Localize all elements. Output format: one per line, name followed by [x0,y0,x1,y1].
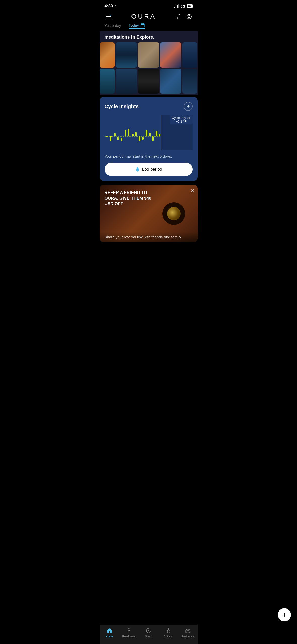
app-logo: OURA [131,13,156,20]
date-nav: Yesterday Today [100,21,198,31]
grid-image-2[interactable] [116,42,137,68]
cycle-chart: Cycle day 21 +0.1 °F [105,115,193,150]
referral-subtitle: Share your referral link with friends an… [105,235,193,239]
cycle-insights-title: Cycle Insights [105,104,139,109]
main-content: meditations in Explore. Cycle Insights [100,31,198,265]
svg-point-25 [110,136,112,137]
svg-point-0 [187,14,191,19]
share-button[interactable] [176,13,183,20]
grid-image-5[interactable] [182,42,197,68]
grid-image-1[interactable] [100,42,115,68]
share-icon [176,14,182,19]
ring-button[interactable] [186,13,193,20]
meditations-section: meditations in Explore. [100,31,198,95]
grid-image-9[interactable] [160,69,182,94]
status-time: 4:30 [105,4,118,9]
cycle-insights-arrow[interactable] [184,102,193,111]
grid-image-3[interactable] [138,42,159,68]
grid-image-7[interactable] [116,69,137,94]
signal-bars [174,4,179,8]
status-right: 5G 67 [174,4,192,8]
svg-point-1 [188,16,190,18]
arrow-right-icon [186,104,190,108]
menu-button[interactable] [105,14,112,19]
location-icon [114,4,118,8]
calendar-icon [140,23,145,27]
svg-rect-19 [152,136,154,141]
yesterday-tab[interactable]: Yesterday [105,23,121,29]
svg-rect-2 [141,24,144,27]
log-period-button[interactable]: 💧 Log period [105,163,193,176]
status-bar: 4:30 5G 67 [100,0,198,11]
svg-rect-10 [121,138,122,141]
svg-rect-17 [146,130,147,136]
svg-rect-11 [125,130,126,136]
svg-rect-20 [156,131,157,136]
grid-image-10[interactable] [182,69,197,94]
period-message: Your period may start in the next 5 days… [105,154,193,158]
header: OURA [100,11,198,21]
svg-rect-21 [159,134,160,136]
today-tab[interactable]: Today [129,23,145,29]
cycle-insights-header: Cycle Insights [105,102,193,111]
network-type: 5G [180,4,185,8]
cycle-day-label: Cycle day 21 +0.1 °F [170,115,192,124]
svg-rect-18 [149,133,151,136]
meditation-image-grid [100,42,198,95]
meditations-title: meditations in Explore. [100,31,198,42]
svg-rect-8 [114,133,116,136]
ring-icon [186,14,192,20]
referral-banner: ✕ REFER A FRIEND TO OURA, GIVE THEM $40 … [100,185,198,242]
grid-image-4[interactable] [160,42,182,68]
grid-image-8[interactable] [138,69,159,94]
log-period-icon: 💧 [135,167,140,172]
svg-rect-15 [139,136,140,141]
referral-title: REFER A FRIEND TO OURA, GIVE THEM $40 US… [105,190,155,207]
svg-rect-12 [128,129,129,136]
referral-close-button[interactable]: ✕ [190,188,195,194]
header-icons [176,13,193,20]
svg-point-24 [106,136,108,137]
cycle-insights-card: Cycle Insights [100,97,198,181]
svg-rect-16 [142,137,144,140]
referral-content: REFER A FRIEND TO OURA, GIVE THEM $40 US… [100,185,198,232]
svg-rect-14 [135,132,137,136]
svg-rect-9 [117,137,119,140]
grid-image-6[interactable] [100,69,115,94]
log-period-label: Log period [142,167,162,172]
svg-rect-13 [132,134,134,136]
menu-notification-dot [110,14,112,16]
battery-indicator: 67 [187,4,192,8]
